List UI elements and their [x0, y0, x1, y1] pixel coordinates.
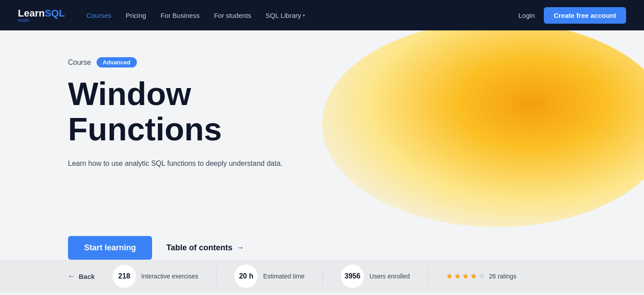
- hero-subtitle: Learn how to use analytic SQL functions …: [68, 158, 301, 169]
- login-button[interactable]: Login: [518, 12, 535, 19]
- exercises-label: Interactive exercises: [141, 273, 199, 280]
- stat-divider-3: [428, 267, 428, 285]
- advanced-badge: Advanced: [97, 57, 137, 67]
- logo-sql: SQL: [45, 8, 65, 19]
- nav-sql-library[interactable]: SQL Library ▾: [266, 12, 305, 19]
- hero-section: Course Advanced Window Functions Learn h…: [0, 30, 644, 236]
- table-of-contents-link[interactable]: Table of contents →: [166, 243, 244, 253]
- nav-actions: Login Create free account: [518, 7, 626, 24]
- create-account-button[interactable]: Create free account: [544, 7, 626, 24]
- cta-bar: Start learning Table of contents →: [0, 236, 644, 260]
- navbar: LearnSQL •com Courses Pricing For Busine…: [0, 0, 644, 30]
- users-count: 3956: [341, 265, 364, 288]
- stat-divider-1: [216, 267, 216, 285]
- logo-dotcom: •com: [18, 17, 29, 23]
- nav-for-students[interactable]: For students: [214, 12, 251, 19]
- time-stat: 20 h Estimated time: [234, 265, 305, 288]
- stars: ★ ★ ★ ★ ★: [446, 271, 485, 281]
- toc-label-text: Table of contents: [166, 243, 233, 253]
- ratings-area: ★ ★ ★ ★ ★ 26 ratings: [446, 271, 516, 281]
- back-button[interactable]: ← Back: [68, 272, 95, 280]
- users-stat: 3956 Users enrolled: [341, 265, 410, 288]
- course-label-area: Course Advanced: [68, 57, 626, 67]
- chevron-down-icon: ▾: [303, 13, 305, 18]
- users-label: Users enrolled: [369, 273, 410, 280]
- exercises-count: 218: [113, 265, 136, 288]
- ratings-count: 26 ratings: [489, 273, 516, 280]
- nav-for-business[interactable]: For Business: [161, 12, 200, 19]
- nav-pricing[interactable]: Pricing: [126, 12, 146, 19]
- star-3: ★: [462, 271, 469, 281]
- stats-bar: ← Back 218 Interactive exercises 20 h Es…: [0, 260, 644, 292]
- star-5: ★: [478, 271, 485, 281]
- arrow-left-icon: ←: [68, 272, 75, 280]
- nav-courses[interactable]: Courses: [86, 12, 111, 19]
- back-label: Back: [79, 273, 95, 280]
- start-learning-button[interactable]: Start learning: [68, 236, 152, 260]
- star-2: ★: [454, 271, 461, 281]
- time-count: 20 h: [234, 265, 258, 288]
- time-label: Estimated time: [263, 273, 305, 280]
- nav-links: Courses Pricing For Business For student…: [86, 12, 518, 19]
- star-4: ★: [470, 271, 477, 281]
- arrow-right-icon: →: [236, 243, 244, 253]
- stat-divider-2: [322, 267, 323, 285]
- course-label-text: Course: [68, 59, 91, 67]
- star-1: ★: [446, 271, 453, 281]
- logo[interactable]: LearnSQL •com: [18, 8, 65, 23]
- hero-title: Window Functions: [68, 76, 336, 147]
- exercises-stat: 218 Interactive exercises: [113, 265, 199, 288]
